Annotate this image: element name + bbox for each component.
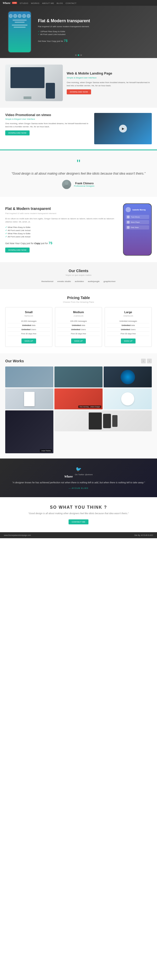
client-actividen: actividen (75, 280, 84, 283)
flat-modern-title: Flat & Modern transparent (5, 207, 118, 211)
fp-row-3: Daily Steps (126, 225, 149, 229)
phone-small-icon (46, 83, 55, 99)
video-description: One morning, when Gregor Samsa woke from… (5, 122, 90, 128)
twitter-quote-text: "A designer knows he has achieved perfec… (10, 481, 147, 484)
pricing-subtitle: Choose From Our Amazing Plans (5, 301, 152, 303)
fp-row-2: Music Player (126, 220, 149, 224)
sowhat-quote: "Good design is all about making other d… (10, 512, 147, 515)
nav-links: Studio Works About Me Blog Contact (20, 2, 77, 5)
work-item-2[interactable] (54, 366, 103, 387)
quote-text: "Good design is all about making other d… (10, 171, 147, 176)
fp-row-1: Track Moves (126, 215, 149, 219)
play-button[interactable]: ▶ (119, 125, 127, 132)
fp-header: Isabelle Murray (126, 207, 149, 212)
fm-feature-1: What Files Easy to Edite (5, 226, 118, 229)
video-subtitle: Simple & Elegant User Interface (5, 118, 90, 121)
plf-2: Unlimited data (107, 323, 149, 328)
twitter-site-name: Where (64, 475, 73, 479)
author-role: Professional Designer. (74, 185, 95, 187)
nav-works[interactable]: Works (31, 2, 40, 5)
contact-me-btn[interactable]: Contact Me (69, 519, 88, 524)
pmf-1: 100-200 messages (57, 319, 100, 323)
nav-about[interactable]: About Me (42, 2, 54, 5)
plan-small-features: 10,000 messages Unlimited data Unlimited… (8, 319, 50, 336)
hero-features: 10Pixel Files Easy to Edite All Font use… (38, 30, 149, 35)
works-prev-btn[interactable]: ‹ (141, 359, 146, 363)
works-next-btn[interactable]: › (147, 359, 152, 363)
web-mobile-image (5, 65, 63, 101)
plan-large-name: Large (107, 310, 149, 314)
video-thumbnail[interactable]: ▶ (94, 113, 152, 144)
flat-modern-content: Flat & Modern transparent Flat Inspired … (5, 207, 118, 253)
flat-phone-mockup: Isabelle Murray Track Moves Music Player… (123, 204, 152, 256)
works-grid: One morning... where Gregor Large Displa… (5, 366, 152, 453)
video-title: Video Promotional on vimeo (5, 113, 90, 117)
svg-point-0 (65, 181, 69, 185)
work-item-5[interactable]: One morning... where Gregor (54, 388, 103, 409)
pricing-card-large: Large 40$/Month Unlimited messages Unlim… (105, 307, 152, 347)
video-section: Video Promotional on vimeo Simple & Eleg… (0, 108, 157, 150)
twitter-handle: On Twitter @where (75, 473, 93, 476)
work-item-7[interactable]: Large Display (5, 410, 53, 453)
works-header: Our Works ‹ › (5, 359, 152, 363)
fp-avatar (126, 207, 131, 212)
nav-studio[interactable]: Studio (20, 2, 28, 5)
web-mobile-download-btn[interactable]: Download Now (67, 89, 91, 94)
work-item-1[interactable] (5, 366, 53, 387)
fm-feature-4: All Font used Link includ (5, 235, 118, 238)
web-mobile-section: Web & Mobile Landing Page Simple & Elega… (0, 58, 157, 108)
nav-blog[interactable]: Blog (57, 2, 63, 5)
twitter-section: 🐦 Where On Twitter @where "A designer kn… (0, 458, 157, 497)
quote-section: " "Good design is all about making other… (0, 150, 157, 197)
plan-medium-signup-btn[interactable]: Sign up (71, 339, 86, 344)
hero-section: Flat & Modern transparent Flat inspired … (0, 6, 157, 58)
flat-modern-section: Flat & Modern transparent Flat Inspired … (0, 197, 157, 262)
client-graphicriver: graphicriver (104, 280, 116, 283)
work-item-3[interactable] (104, 366, 152, 387)
psf-3: Unlimited Users (8, 328, 50, 332)
twitter-icon: 🐦 (10, 466, 147, 472)
author-name: Frank Chimero (74, 182, 95, 185)
monitor-stand (24, 97, 31, 99)
fp-icon-2 (127, 221, 130, 223)
plan-small-signup-btn[interactable]: Sign up (21, 339, 36, 344)
work-item-6[interactable] (104, 388, 152, 409)
clients-logos: themeforest envato studio actividen audi… (5, 280, 152, 283)
author-info: Frank Chimero Professional Designer. (74, 182, 95, 187)
hero-feature-1: 10Pixel Files Easy to Edite (38, 30, 149, 33)
navbar: Where LIVE Studio Works About Me Blog Co… (0, 0, 157, 6)
video-content: Video Promotional on vimeo Simple & Eleg… (5, 113, 90, 135)
author-avatar (62, 180, 71, 189)
pmf-2: Unlimited data (57, 323, 100, 328)
hero-phone-mockup (8, 11, 31, 53)
client-themeforest: themeforest (41, 280, 53, 283)
video-download-btn[interactable]: Download Now (5, 130, 30, 135)
flat-modern-features: What Files Easy to Edite All Font used L… (5, 226, 118, 238)
nav-live-badge: LIVE (12, 2, 17, 4)
hero-description: Flat inspired UI with some modern transp… (38, 25, 149, 28)
web-mobile-description: One morning, when Gregor Samsa woke from… (67, 81, 152, 87)
work-item-8[interactable] (54, 410, 152, 431)
flat-modern-download-btn[interactable]: Download Now (5, 248, 30, 253)
plan-small-name: Small (8, 310, 50, 314)
flat-phone-screen: Isabelle Murray Track Moves Music Player… (123, 204, 151, 255)
nav-contact[interactable]: Contact (66, 2, 77, 5)
plf-3: Unlimited Users (107, 328, 149, 332)
plf-4: First 30 days free (107, 332, 149, 336)
works-title: Our Works (5, 359, 24, 363)
quote-mark: " (10, 158, 147, 169)
sowhat-title: SO WHAT YOU THINK ? (10, 505, 147, 510)
plan-large-signup-btn[interactable]: Sign up (121, 339, 136, 344)
psf-2: Unlimited data (8, 323, 50, 328)
plan-medium-name: Medium (57, 310, 100, 314)
clients-title: Our Clients (5, 269, 152, 273)
work-item-4[interactable] (5, 388, 53, 409)
flat-modern-subtitle: Flat Inspired UI with some modern transp… (5, 212, 118, 215)
svg-point-1 (64, 185, 70, 189)
pricing-cards: Small 5$/Month 10,000 messages Unlimited… (5, 307, 152, 347)
fp-icon-1 (127, 216, 130, 218)
pmf-3: Unlimited Users (57, 328, 100, 332)
pmf-4: First 30 days free (57, 332, 100, 336)
twitter-author: — AYOUB ELIED (10, 487, 147, 489)
pricing-card-medium: Medium 21$/Month 100-200 messages Unlimi… (55, 307, 102, 347)
